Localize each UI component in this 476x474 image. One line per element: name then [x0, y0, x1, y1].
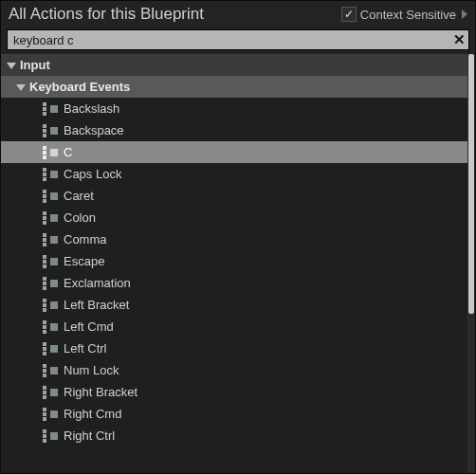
action-item-label: C [64, 145, 72, 159]
clear-search-button[interactable]: ✕ [449, 31, 468, 48]
action-item[interactable]: Left Ctrl [1, 337, 467, 359]
event-node-icon [43, 278, 58, 289]
action-item[interactable]: Exclamation [1, 272, 467, 294]
action-item[interactable]: Left Cmd [1, 316, 467, 337]
event-node-icon [43, 191, 58, 202]
action-item-label: Left Ctrl [64, 341, 107, 356]
scrollbar[interactable] [467, 54, 475, 473]
action-item[interactable]: Right Bracket [1, 381, 467, 403]
event-node-icon [43, 147, 58, 158]
action-item-label: Comma [64, 232, 107, 246]
action-item[interactable]: Colon [1, 207, 467, 228]
action-item[interactable]: Escape [1, 250, 467, 272]
event-node-icon [43, 321, 58, 333]
event-node-icon [43, 125, 58, 137]
event-node-icon [43, 409, 58, 420]
subcategory-label: Keyboard Events [29, 80, 130, 94]
action-item-label: Caps Lock [64, 167, 121, 181]
expand-icon [7, 63, 16, 69]
action-item-label: Num Lock [64, 363, 119, 377]
action-item[interactable]: Caret [1, 185, 467, 207]
event-node-icon [43, 256, 58, 267]
category-input[interactable]: Input [1, 54, 467, 76]
event-node-icon [43, 212, 58, 224]
action-item-label: Right Ctrl [64, 428, 115, 443]
action-item-label: Left Cmd [64, 319, 114, 334]
action-item[interactable]: Backslash [1, 98, 467, 119]
action-item[interactable]: Right Cmd [1, 403, 467, 425]
action-item-label: Right Bracket [64, 385, 137, 399]
event-node-icon [43, 103, 58, 115]
blueprint-action-menu: All Actions for this Blueprint ✓ Context… [0, 0, 476, 474]
action-item-label: Exclamation [64, 276, 131, 290]
action-item-label: Caret [64, 189, 94, 203]
checkbox-icon: ✓ [341, 7, 357, 22]
action-item[interactable]: Comma [1, 228, 467, 250]
action-item-label: Backspace [64, 123, 124, 137]
event-node-icon [43, 430, 58, 442]
action-item-label: Right Cmd [64, 407, 121, 421]
header: All Actions for this Blueprint ✓ Context… [1, 1, 475, 26]
scroll-thumb[interactable] [468, 54, 474, 314]
panel-title: All Actions for this Blueprint [9, 5, 341, 24]
event-node-icon [43, 365, 58, 376]
action-item-label: Left Bracket [64, 298, 129, 312]
event-node-icon [43, 387, 58, 398]
action-item[interactable]: Num Lock [1, 359, 467, 381]
action-item[interactable]: Caps Lock [1, 163, 467, 185]
event-node-icon [43, 300, 58, 311]
subcategory-keyboard-events[interactable]: Keyboard Events [1, 76, 467, 98]
action-item[interactable]: Left Bracket [1, 294, 467, 316]
event-node-icon [43, 169, 58, 180]
context-sensitive-toggle[interactable]: ✓ Context Sensitive [341, 7, 467, 22]
expand-icon [16, 84, 26, 91]
search-bar: keyboard c ✕ [7, 29, 469, 50]
tree-container: Input Keyboard Events BackslashBackspace… [1, 54, 475, 473]
chevron-right-icon [462, 9, 467, 19]
context-sensitive-label: Context Sensitive [360, 8, 456, 22]
event-node-icon [43, 234, 58, 246]
action-item[interactable]: Right Ctrl [1, 425, 467, 447]
search-input[interactable]: keyboard c [8, 31, 449, 49]
action-item[interactable]: Backspace [1, 119, 467, 141]
event-node-icon [43, 343, 58, 355]
action-tree[interactable]: Input Keyboard Events BackslashBackspace… [1, 54, 467, 473]
action-item-label: Backslash [64, 101, 119, 116]
action-item-label: Escape [64, 254, 104, 268]
action-item-label: Colon [64, 210, 96, 225]
category-label: Input [20, 58, 50, 72]
action-item[interactable]: C [1, 141, 467, 163]
